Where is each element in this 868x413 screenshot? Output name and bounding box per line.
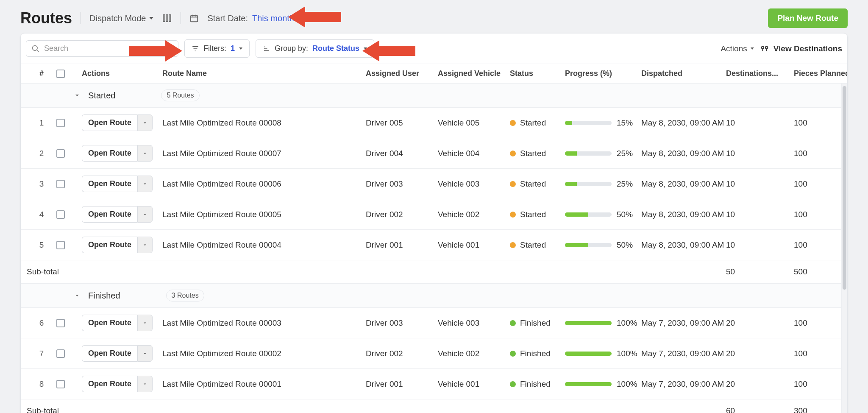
open-route-dropdown[interactable] [137, 145, 153, 162]
row-index: 2 [27, 149, 56, 158]
open-route-dropdown[interactable] [137, 345, 153, 362]
assigned-user: Driver 003 [366, 318, 438, 328]
groupby-label: Group by: [275, 44, 308, 53]
destinations: 20 [726, 318, 794, 328]
select-all-checkbox[interactable] [56, 70, 65, 78]
view-destinations-button[interactable]: View Destinations [760, 44, 842, 53]
chevron-down-icon [751, 47, 754, 50]
filters-chip[interactable]: Filters: 1 [184, 39, 250, 58]
open-route-dropdown[interactable] [137, 237, 153, 253]
panel-toolbar: Filters: 1 Group by: Route Status Action… [21, 33, 847, 64]
status-text: Started [520, 179, 546, 189]
filter-icon [192, 45, 199, 53]
progress-text: 25% [617, 179, 633, 189]
route-name: Last Mile Optimized Route 00006 [162, 179, 366, 189]
assigned-vehicle: Vehicle 002 [438, 210, 510, 219]
group-label: Started [88, 91, 115, 100]
search-icon [31, 45, 40, 53]
vertical-scrollbar[interactable] [841, 84, 847, 413]
open-route-button-group: Open Route [82, 237, 162, 253]
row-checkbox[interactable] [56, 149, 65, 158]
table-row: 2 Open Route Last Mile Optimized Route 0… [21, 138, 847, 169]
row-checkbox[interactable] [56, 210, 65, 219]
row-checkbox[interactable] [56, 119, 65, 127]
chevron-down-icon [149, 17, 153, 20]
pieces-planned: 100 [794, 210, 848, 219]
progress-cell: 50% [565, 240, 641, 250]
open-route-dropdown[interactable] [137, 315, 153, 331]
open-route-dropdown[interactable] [137, 114, 153, 131]
search-input[interactable] [44, 44, 173, 53]
subtotal-pieces: 500 [794, 267, 848, 276]
open-route-button[interactable]: Open Route [82, 315, 137, 331]
route-name: Last Mile Optimized Route 00007 [162, 149, 366, 158]
status-cell: Finished [510, 318, 565, 328]
progress-cell: 100% [565, 349, 641, 358]
row-index: 5 [27, 240, 56, 250]
filters-label: Filters: [203, 44, 226, 53]
progress-text: 100% [617, 318, 637, 328]
pieces-planned: 100 [794, 179, 848, 189]
progress-cell: 100% [565, 318, 641, 328]
status-text: Started [520, 210, 546, 219]
destinations: 20 [726, 380, 794, 389]
dispatch-mode-dropdown[interactable]: Dispatch Mode [89, 14, 153, 23]
group-header[interactable]: Finished 3 Routes [21, 284, 847, 308]
actions-dropdown[interactable]: Actions [721, 44, 754, 53]
groupby-chip[interactable]: Group by: Route Status [256, 39, 374, 58]
status-dot-icon [510, 151, 516, 156]
search-box[interactable] [26, 40, 178, 57]
table-row: 6 Open Route Last Mile Optimized Route 0… [21, 308, 847, 338]
assigned-vehicle: Vehicle 001 [438, 380, 510, 389]
open-route-button[interactable]: Open Route [82, 376, 137, 392]
divider [181, 12, 181, 24]
open-route-button[interactable]: Open Route [82, 237, 137, 253]
svg-rect-3 [163, 15, 165, 22]
destinations: 10 [726, 149, 794, 158]
progress-bar [565, 151, 612, 156]
col-assigned-user: Assigned User [366, 69, 438, 78]
row-index: 7 [27, 349, 56, 358]
open-route-button[interactable]: Open Route [82, 345, 137, 362]
start-date-filter[interactable]: Start Date: This month [207, 14, 300, 23]
status-text: Finished [520, 380, 551, 389]
table-row: 8 Open Route Last Mile Optimized Route 0… [21, 369, 847, 399]
open-route-button-group: Open Route [82, 345, 162, 362]
progress-cell: 15% [565, 118, 641, 128]
divider [81, 12, 81, 24]
group-count: 5 Routes [161, 89, 199, 101]
columns-icon-button[interactable] [162, 13, 172, 23]
open-route-button[interactable]: Open Route [82, 206, 137, 223]
row-index: 4 [27, 210, 56, 219]
row-checkbox[interactable] [56, 349, 65, 358]
open-route-button-group: Open Route [82, 376, 162, 392]
plan-new-route-button[interactable]: Plan New Route [768, 8, 848, 28]
group-header[interactable]: Started 5 Routes [21, 84, 847, 108]
chevron-down-icon [74, 292, 81, 299]
row-checkbox[interactable] [56, 241, 65, 249]
open-route-button[interactable]: Open Route [82, 176, 137, 192]
open-route-button[interactable]: Open Route [82, 145, 137, 162]
progress-bar [565, 352, 612, 356]
subtotal-dest: 50 [726, 267, 794, 276]
status-text: Finished [520, 349, 551, 358]
col-progress: Progress (%) [565, 69, 641, 78]
row-checkbox[interactable] [56, 380, 65, 388]
open-route-button[interactable]: Open Route [82, 114, 137, 131]
row-checkbox[interactable] [56, 319, 65, 327]
row-checkbox[interactable] [56, 180, 65, 188]
dispatched: May 8, 2030, 09:00 AM [641, 149, 726, 158]
svg-point-9 [765, 46, 768, 49]
open-route-dropdown[interactable] [137, 206, 153, 223]
status-dot-icon [510, 120, 516, 126]
table-row: 7 Open Route Last Mile Optimized Route 0… [21, 338, 847, 369]
progress-cell: 100% [565, 380, 641, 389]
progress-bar [565, 121, 612, 125]
pieces-planned: 100 [794, 380, 848, 389]
vertical-scroll-thumb[interactable] [843, 86, 846, 290]
status-dot-icon [510, 242, 516, 248]
destinations: 10 [726, 240, 794, 250]
open-route-dropdown[interactable] [137, 176, 153, 192]
open-route-dropdown[interactable] [137, 376, 153, 392]
open-route-button-group: Open Route [82, 114, 162, 131]
